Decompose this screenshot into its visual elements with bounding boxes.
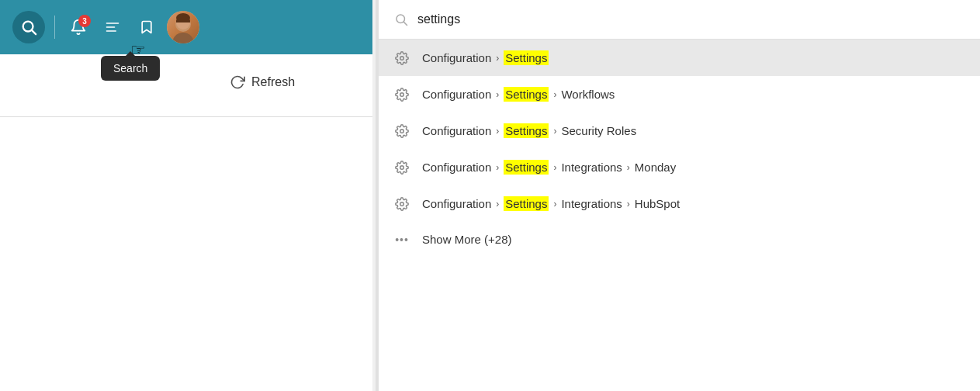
search-result-item[interactable]: Configuration › Settings › Workflows bbox=[379, 76, 980, 112]
path-text: Workflows bbox=[561, 88, 615, 101]
result-path: Configuration › Settings › Security Role… bbox=[422, 123, 636, 138]
path-highlight: Settings bbox=[504, 87, 549, 102]
chevron-icon: › bbox=[553, 199, 556, 209]
path-text: Integrations bbox=[561, 161, 622, 174]
avatar-svg bbox=[167, 11, 199, 43]
search-input[interactable] bbox=[417, 12, 964, 26]
result-path: Configuration › Settings › Integrations … bbox=[422, 196, 680, 211]
notification-badge: 3 bbox=[78, 15, 91, 27]
path-text: Configuration bbox=[422, 124, 491, 137]
show-more-button[interactable]: ••• Show More (+28) bbox=[379, 222, 980, 257]
refresh-button[interactable]: Refresh bbox=[217, 68, 307, 96]
svg-point-11 bbox=[400, 56, 404, 60]
path-text: Security Roles bbox=[561, 124, 636, 137]
bookmark-icon bbox=[139, 19, 154, 35]
search-result-item[interactable]: Configuration › Settings › Integrations … bbox=[379, 149, 980, 185]
avatar-image bbox=[167, 11, 199, 43]
search-results-list: Configuration › Settings Configuration ›… bbox=[379, 40, 980, 391]
chevron-icon: › bbox=[627, 199, 630, 209]
chevron-icon: › bbox=[553, 89, 556, 100]
top-navbar: 3 bbox=[0, 0, 372, 54]
left-panel-bg bbox=[0, 54, 372, 391]
gear-icon bbox=[394, 51, 410, 65]
chevron-icon: › bbox=[496, 199, 499, 209]
refresh-icon bbox=[230, 74, 245, 90]
path-highlight: Settings bbox=[504, 160, 549, 175]
search-input-row bbox=[379, 0, 980, 40]
path-highlight: Settings bbox=[504, 196, 549, 211]
search-result-item[interactable]: Configuration › Settings › Security Role… bbox=[379, 112, 980, 149]
svg-point-13 bbox=[400, 129, 404, 133]
svg-point-14 bbox=[400, 165, 404, 169]
result-path: Configuration › Settings › Integrations … bbox=[422, 160, 676, 175]
user-avatar[interactable] bbox=[167, 11, 199, 43]
nav-divider bbox=[54, 16, 55, 39]
chevron-icon: › bbox=[553, 126, 556, 137]
gear-icon bbox=[394, 161, 410, 175]
path-text: Configuration bbox=[422, 161, 491, 174]
path-text: Configuration bbox=[422, 88, 491, 101]
path-text: Integrations bbox=[561, 197, 622, 210]
bookmark-icon-button[interactable] bbox=[133, 13, 161, 41]
chevron-icon: › bbox=[496, 89, 499, 100]
svg-line-10 bbox=[403, 22, 407, 25]
path-highlight: Settings bbox=[504, 50, 549, 65]
gear-icon bbox=[394, 197, 410, 211]
search-input-icon bbox=[394, 12, 408, 26]
gear-icon bbox=[394, 88, 410, 102]
svg-point-12 bbox=[400, 92, 404, 96]
search-result-item[interactable]: Configuration › Settings bbox=[379, 40, 980, 76]
show-more-label: Show More (+28) bbox=[422, 233, 511, 246]
path-highlight: Settings bbox=[504, 123, 549, 138]
ellipsis-icon: ••• bbox=[394, 234, 410, 246]
path-text: Configuration bbox=[422, 51, 491, 64]
result-path: Configuration › Settings › Workflows bbox=[422, 87, 615, 102]
search-panel: Configuration › Settings Configuration ›… bbox=[379, 0, 980, 391]
svg-point-15 bbox=[400, 202, 404, 206]
path-text: HubSpot bbox=[635, 197, 680, 210]
result-path: Configuration › Settings bbox=[422, 50, 549, 65]
list-icon bbox=[105, 19, 120, 35]
chevron-icon: › bbox=[496, 126, 499, 137]
refresh-label: Refresh bbox=[251, 75, 295, 89]
chevron-icon: › bbox=[553, 162, 556, 173]
chevron-icon: › bbox=[496, 53, 499, 64]
search-result-item[interactable]: Configuration › Settings › Integrations … bbox=[379, 185, 980, 222]
path-text: Monday bbox=[635, 161, 676, 174]
svg-point-5 bbox=[172, 33, 194, 43]
search-button[interactable] bbox=[12, 11, 45, 43]
filter-icon-button[interactable] bbox=[99, 13, 126, 41]
svg-line-1 bbox=[32, 30, 36, 34]
path-text: Configuration bbox=[422, 197, 491, 210]
gear-icon bbox=[394, 124, 410, 138]
notifications-button[interactable]: 3 bbox=[64, 13, 92, 41]
nav-separator bbox=[0, 116, 372, 117]
chevron-icon: › bbox=[627, 162, 630, 173]
search-icon bbox=[20, 19, 37, 36]
chevron-icon: › bbox=[496, 162, 499, 173]
